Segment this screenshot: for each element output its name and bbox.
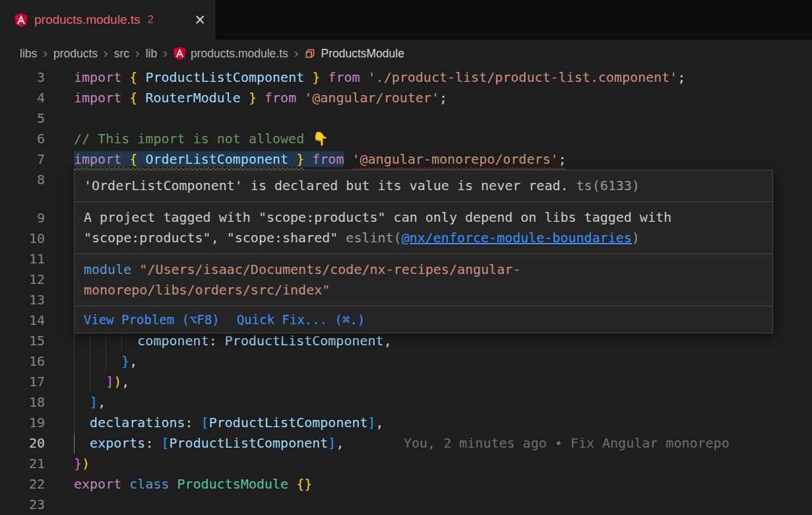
breadcrumb-label: products (53, 47, 98, 61)
line-number-16[interactable]: 16 (0, 351, 45, 372)
token: } (74, 456, 82, 471)
code-line-15: 15 component: ProductListComponent, (0, 331, 812, 351)
breadcrumb-item-products-module-ts[interactable]: products.module.ts (173, 47, 288, 61)
line-number-14[interactable]: 14 (0, 310, 45, 331)
line-number-20[interactable]: 20 (0, 433, 45, 454)
line-number-10[interactable]: 10 (0, 228, 45, 249)
breadcrumb-item-products[interactable]: products (53, 47, 98, 61)
token: declarations (90, 415, 185, 430)
breadcrumb-item-productsmodule[interactable]: ProductsModule (304, 47, 404, 61)
token: '@angular-monorepo/orders' (352, 151, 559, 167)
token: ProductListComponent (170, 435, 328, 451)
line-number-12[interactable]: 12 (0, 269, 45, 290)
line-number-3[interactable]: 3 (0, 67, 45, 88)
angular-icon (15, 13, 28, 27)
token: } (288, 151, 304, 167)
line-number-9[interactable]: 9 (0, 208, 45, 228)
token: import (74, 90, 129, 106)
token (344, 151, 352, 167)
indent-guide (74, 413, 75, 433)
token: import (74, 151, 129, 167)
breadcrumb-item-src[interactable]: src (114, 47, 129, 61)
line-number-11[interactable]: 11 (0, 249, 45, 269)
line-code-15[interactable]: component: ProductListComponent, (74, 331, 812, 351)
code-line-22: 22export class ProductsModule {} (0, 474, 812, 495)
eslint-rule-link[interactable]: @nx/enforce-module-boundaries (402, 230, 632, 246)
line-code-6[interactable]: // This import is not allowed 👇 (74, 129, 812, 149)
line-code-19[interactable]: declarations: [ProductListComponent], (74, 413, 812, 433)
token: 👇 (312, 131, 328, 147)
token: { (129, 90, 145, 106)
line-number-17[interactable]: 17 (0, 372, 45, 392)
token: : (209, 333, 225, 349)
line-code-21[interactable]: }) (74, 454, 812, 474)
token: ] (328, 435, 336, 451)
token (74, 415, 90, 430)
token: } (241, 90, 257, 106)
view-problem-action[interactable]: View Problem (⌥F8) (84, 312, 220, 327)
line-number-18[interactable]: 18 (0, 392, 45, 413)
line-code-23[interactable] (74, 495, 812, 515)
code-line-5: 5 (0, 108, 812, 129)
breadcrumb-label: ProductsModule (321, 47, 404, 61)
breadcrumb-item-lib[interactable]: lib (146, 47, 158, 61)
quick-fix-action[interactable]: Quick Fix... (⌘.) (237, 312, 365, 327)
line-number-4[interactable]: 4 (0, 88, 45, 108)
chevron-right-icon: › (294, 46, 299, 61)
line-code-20[interactable]: exports: [ProductListComponent],You, 2 m… (74, 433, 812, 454)
line-number-15[interactable]: 15 (0, 331, 45, 351)
hover-popup: 'OrderListComponent' is declared but its… (74, 170, 773, 333)
token: ) (113, 374, 121, 390)
code-line-6: 6// This import is not allowed 👇 (0, 129, 812, 149)
editor[interactable]: 3import { ProductListComponent } from '.… (0, 67, 812, 515)
line-code-4[interactable]: import { RouterModule } from '@angular/r… (74, 88, 812, 108)
chevron-right-icon: › (135, 46, 140, 61)
indent-guide (121, 331, 122, 351)
token: , (129, 353, 137, 369)
tab-products-module-ts[interactable]: products.module.ts 2 × (0, 0, 216, 40)
close-icon[interactable]: × (195, 11, 205, 29)
token: // This import is not allowed (74, 131, 312, 147)
indent-guide (90, 351, 90, 372)
breadcrumb-label: lib (146, 47, 158, 61)
code-line-17: 17 ]), (0, 372, 812, 392)
line-number-22[interactable]: 22 (0, 474, 45, 495)
line-code-3[interactable]: import { ProductListComponent } from './… (74, 67, 812, 88)
token: [ (201, 415, 209, 430)
line-number-8[interactable]: 8 (0, 170, 45, 190)
git-blame-annotation: You, 2 minutes ago • Fix Angular monorep… (404, 433, 730, 454)
line-number-21[interactable]: 21 (0, 454, 45, 474)
indent-guide (90, 372, 90, 392)
line-code-5[interactable] (74, 108, 812, 129)
token: ) (82, 456, 90, 471)
token: '@angular/router' (304, 90, 439, 106)
line-number-7[interactable]: 7 (0, 149, 45, 170)
line-code-7[interactable]: import { OrderListComponent } from '@ang… (74, 149, 812, 170)
token: ProductsModule (177, 476, 297, 492)
breadcrumb-label: libs (20, 47, 37, 61)
chevron-right-icon: › (104, 46, 108, 61)
token: from (257, 90, 304, 106)
token: class (129, 476, 177, 492)
code-line-7: 7import { OrderListComponent } from '@an… (0, 149, 812, 170)
token: } (304, 69, 320, 85)
code-line-19: 19 declarations: [ProductListComponent], (0, 413, 812, 433)
token: [ (161, 435, 169, 451)
line-code-16[interactable]: }, (74, 351, 812, 372)
line-number-6[interactable]: 6 (0, 129, 45, 149)
token: : (145, 435, 161, 451)
line-code-18[interactable]: ], (74, 392, 812, 413)
line-code-17[interactable]: ]), (74, 372, 812, 392)
token: './product-list/product-list.component' (368, 69, 678, 85)
line-number-13[interactable]: 13 (0, 290, 45, 310)
line-number-19[interactable]: 19 (0, 413, 45, 433)
line-number-23[interactable]: 23 (0, 495, 45, 515)
hover-text: "/Users/isaac/Documents/code/nx-recipes/… (84, 261, 520, 298)
class-icon (304, 48, 316, 59)
breadcrumb-item-libs[interactable]: libs (20, 47, 37, 61)
breadcrumb-label: src (114, 47, 129, 61)
line-number-5[interactable]: 5 (0, 108, 45, 129)
code-line-18: 18 ], (0, 392, 812, 413)
line-code-22[interactable]: export class ProductsModule {} (74, 474, 812, 495)
hover-text: ) (632, 230, 640, 246)
